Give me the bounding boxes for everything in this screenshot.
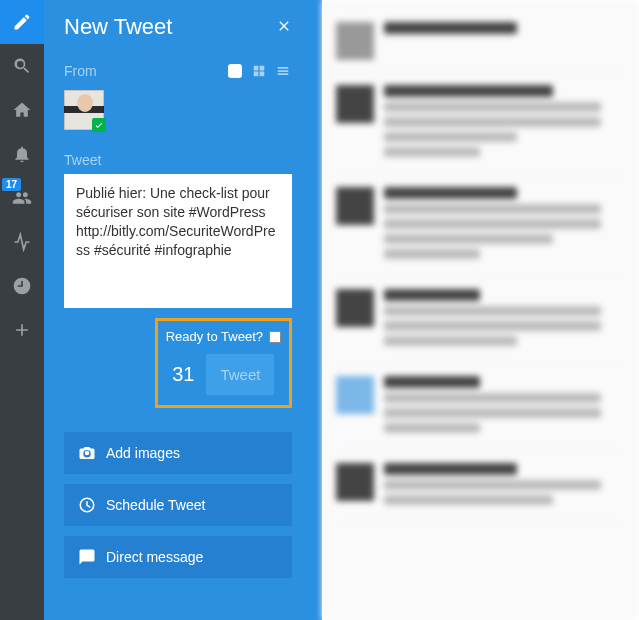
dm-label: Direct message bbox=[106, 549, 203, 565]
alerts-button[interactable] bbox=[0, 132, 44, 176]
ready-to-tweet-block: Ready to Tweet? 31 Tweet bbox=[155, 318, 292, 408]
search-button[interactable] bbox=[0, 44, 44, 88]
tweet-button[interactable]: Tweet bbox=[206, 354, 274, 395]
camera-icon bbox=[78, 444, 96, 462]
notifications-badge: 17 bbox=[2, 178, 21, 191]
schedule-nav-button[interactable] bbox=[0, 264, 44, 308]
from-label: From bbox=[64, 63, 97, 79]
feed-item bbox=[336, 73, 625, 175]
ready-checkbox[interactable] bbox=[269, 331, 281, 343]
feed-header bbox=[336, 10, 625, 73]
ready-row: 31 Tweet bbox=[166, 354, 281, 395]
close-button[interactable] bbox=[276, 18, 292, 37]
add-column-button[interactable] bbox=[0, 308, 44, 352]
view-list-button[interactable] bbox=[274, 62, 292, 80]
view-grid-button[interactable] bbox=[250, 62, 268, 80]
clock-icon bbox=[78, 496, 96, 514]
panel-header: New Tweet bbox=[64, 14, 292, 40]
panel-title: New Tweet bbox=[64, 14, 172, 40]
home-button[interactable] bbox=[0, 88, 44, 132]
tweet-textarea[interactable] bbox=[64, 174, 292, 308]
ready-label: Ready to Tweet? bbox=[166, 329, 263, 344]
schedule-tweet-button[interactable]: Schedule Tweet bbox=[64, 484, 292, 526]
feed-item bbox=[336, 451, 625, 523]
add-images-label: Add images bbox=[106, 445, 180, 461]
feed-item bbox=[336, 364, 625, 451]
account-view-toggle bbox=[226, 62, 292, 80]
direct-message-button[interactable]: Direct message bbox=[64, 536, 292, 578]
account-avatar[interactable] bbox=[64, 90, 104, 130]
close-icon bbox=[276, 18, 292, 34]
feed-item bbox=[336, 277, 625, 364]
compose-panel: New Tweet From Tweet Ready to Tweet? bbox=[44, 0, 322, 620]
large-view-icon bbox=[228, 64, 242, 78]
avatar-selected-icon bbox=[92, 118, 106, 132]
feed-item bbox=[336, 175, 625, 277]
ready-label-row: Ready to Tweet? bbox=[166, 329, 281, 344]
add-images-button[interactable]: Add images bbox=[64, 432, 292, 474]
grid-view-icon bbox=[252, 64, 266, 78]
nav-rail: 17 bbox=[0, 0, 44, 620]
char-count: 31 bbox=[172, 363, 194, 386]
message-icon bbox=[78, 548, 96, 566]
schedule-label: Schedule Tweet bbox=[106, 497, 205, 513]
accounts-button[interactable]: 17 bbox=[0, 176, 44, 220]
compose-button[interactable] bbox=[0, 0, 44, 44]
feed-column bbox=[322, 0, 639, 620]
list-view-icon bbox=[276, 64, 290, 78]
from-row: From bbox=[64, 62, 292, 80]
tweet-label: Tweet bbox=[64, 152, 292, 168]
activity-button[interactable] bbox=[0, 220, 44, 264]
view-large-button[interactable] bbox=[226, 62, 244, 80]
